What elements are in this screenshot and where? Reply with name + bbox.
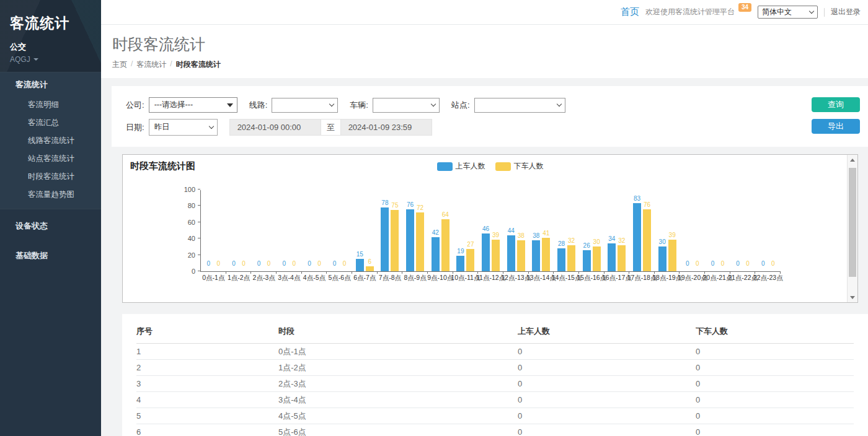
bar-value-label: 0	[217, 260, 221, 267]
date-end-input[interactable]: 2024-01-09 23:59	[340, 119, 432, 136]
bar-value-label: 0	[293, 260, 296, 267]
bar-value-label: 76	[644, 201, 650, 208]
x-axis-label: 9点-10点	[427, 274, 453, 282]
bar-value-label: 0	[207, 260, 211, 267]
breadcrumb-item[interactable]: 主页	[112, 59, 127, 70]
company-label: 公司:	[126, 100, 144, 111]
filter-row-1: 公司: ---请选择--- 线路: 车辆:	[126, 97, 861, 113]
company-select[interactable]: ---请选择---	[149, 97, 237, 113]
station-select[interactable]	[474, 98, 565, 113]
x-axis-tick	[377, 271, 378, 274]
breadcrumb-separator: /	[131, 59, 133, 70]
bar-column: 0	[205, 190, 213, 271]
bar-value-label: 0	[721, 260, 725, 267]
vehicle-select[interactable]	[373, 98, 440, 113]
table-row: 54点-5点00	[136, 408, 854, 424]
bar-column: 0	[280, 190, 288, 271]
bar-alighting	[466, 249, 474, 271]
bar-column: 42	[432, 190, 440, 271]
sidebar-item-基础数据[interactable]: 基础数据	[0, 243, 101, 269]
table-row: 21点-2点00	[136, 360, 854, 376]
vehicle-label: 车辆:	[350, 100, 368, 111]
table-row: 43点-4点00	[136, 392, 854, 408]
table-cell: 0	[696, 411, 854, 421]
bar-value-label: 6	[368, 258, 371, 265]
sidebar-group-passenger-stats: 客流统计 客流明细客流汇总线路客流统计站点客流统计时段客流统计客流量趋势图	[0, 72, 101, 209]
triangle-down-icon	[227, 103, 233, 107]
chart-category: 0022点-23点	[755, 190, 781, 271]
bar-alighting	[492, 240, 500, 271]
table-cell: 5	[136, 411, 278, 421]
table-cell: 0	[518, 427, 696, 436]
bar-column: 0	[693, 190, 701, 271]
sidebar-group-header[interactable]: 客流统计	[0, 72, 101, 96]
legend-item-上车人数[interactable]: 上车人数	[437, 161, 485, 172]
table-row: 10点-1点00	[136, 344, 854, 360]
bar-column: 19	[456, 190, 464, 271]
date-start-input[interactable]: 2024-01-09 00:00	[229, 119, 321, 136]
notification-badge: 34	[738, 3, 751, 12]
bar-column: 32	[567, 190, 575, 271]
bar-column: 44	[507, 190, 515, 271]
legend-label: 上车人数	[456, 161, 485, 172]
chevron-down-icon	[431, 102, 436, 107]
bar-column: 0	[759, 190, 767, 271]
date-preset-select[interactable]: 昨日	[149, 119, 218, 136]
bar-boarding	[658, 246, 666, 271]
bar-boarding	[532, 240, 540, 271]
bar-column: 78	[381, 190, 389, 271]
bar-alighting	[391, 210, 399, 271]
bar-column: 39	[668, 190, 676, 271]
x-axis-label: 6点-7点	[353, 274, 376, 282]
bar-alighting	[366, 266, 374, 271]
chart-category: 192710点-11点	[453, 190, 479, 271]
sidebar-item-客流量趋势图[interactable]: 客流量趋势图	[0, 186, 101, 204]
scrollbar-down-button[interactable]	[848, 292, 857, 302]
date-range-separator: 至	[321, 119, 340, 136]
bar-column: 72	[416, 190, 424, 271]
org-code-dropdown[interactable]: AQGJ	[10, 55, 91, 64]
logout-link[interactable]: 退出登录	[831, 7, 861, 17]
table-header-row: 序号时段上车人数下车人数	[136, 321, 854, 344]
sidebar-menu: 客流统计 客流明细客流汇总线路客流统计站点客流统计时段客流统计客流量趋势图 设备…	[0, 72, 101, 269]
chart-panel: 时段车流统计图 上车人数下车人数 020406080100 000点-1点001…	[122, 154, 858, 303]
bar-alighting	[593, 246, 601, 271]
table-cell: 1	[136, 347, 278, 356]
query-button[interactable]: 查询	[812, 97, 860, 112]
date-range-group: 2024-01-09 00:00 至 2024-01-09 23:59	[229, 119, 432, 136]
sidebar-item-线路客流统计[interactable]: 线路客流统计	[0, 132, 101, 150]
bar-value-label: 76	[407, 201, 414, 208]
table-cell: 1点-2点	[278, 362, 518, 373]
scrollbar-up-button[interactable]	[848, 155, 857, 165]
sidebar-item-站点客流统计[interactable]: 站点客流统计	[0, 150, 101, 168]
chart-category: 837617点-18点	[629, 190, 655, 271]
breadcrumb-item[interactable]: 客流统计	[136, 59, 166, 70]
sidebar-item-时段客流统计[interactable]: 时段客流统计	[0, 168, 101, 186]
legend-item-下车人数[interactable]: 下车人数	[495, 161, 544, 172]
home-link[interactable]: 首页	[621, 6, 639, 18]
chart-category: 78757点-8点	[378, 190, 403, 271]
sidebar-item-客流汇总[interactable]: 客流汇总	[0, 114, 101, 132]
table-header-cell: 上车人数	[518, 326, 696, 337]
table-cell: 0	[518, 379, 696, 388]
bar-value-label: 0	[343, 260, 347, 267]
bar-alighting	[542, 238, 550, 271]
scrollbar-thumb[interactable]	[849, 168, 856, 277]
x-axis-tick	[402, 271, 402, 274]
bar-value-label: 30	[593, 238, 600, 245]
line-select[interactable]	[272, 98, 338, 113]
sidebar-item-设备状态[interactable]: 设备状态	[0, 213, 101, 239]
x-axis-tick	[352, 271, 352, 274]
bar-value-label: 44	[508, 227, 515, 234]
language-select-value: 简体中文	[762, 7, 792, 17]
bar-column: 15	[356, 190, 364, 271]
topbar: 首页 欢迎使用客流统计管理平台 34 简体中文 退出登录	[101, 0, 868, 25]
bar-boarding	[507, 235, 515, 271]
bar-alighting	[643, 209, 651, 271]
language-select[interactable]: 简体中文	[758, 6, 818, 19]
y-axis-tick	[198, 205, 200, 206]
sidebar-item-客流明细[interactable]: 客流明细	[0, 96, 101, 114]
filter-company: 公司: ---请选择---	[126, 97, 237, 113]
sidebar-submenu: 客流明细客流汇总线路客流统计站点客流统计时段客流统计客流量趋势图	[0, 96, 101, 204]
export-button[interactable]: 导出	[812, 119, 860, 134]
